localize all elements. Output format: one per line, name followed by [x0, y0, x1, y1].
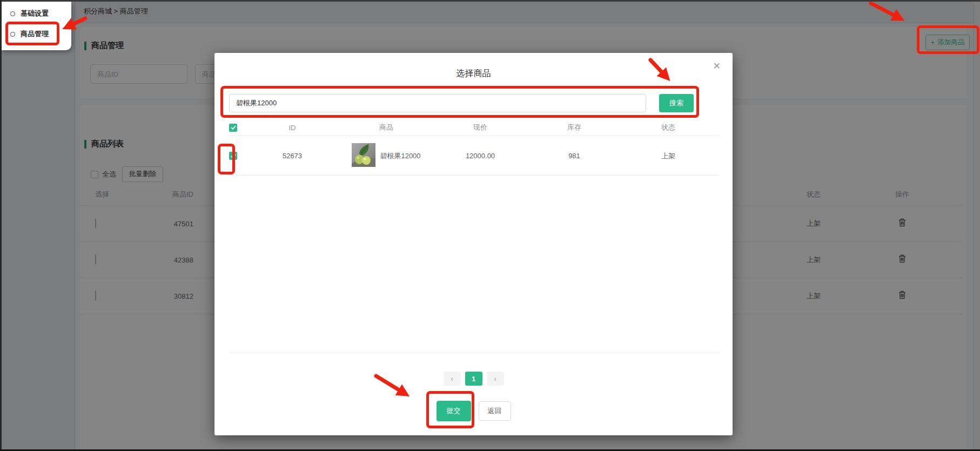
circle-icon	[10, 11, 15, 16]
modal-cell-stock: 981	[527, 152, 621, 160]
current-page-button[interactable]: 1	[465, 372, 482, 386]
prev-page-button[interactable]: ‹	[444, 372, 461, 386]
modal-cell-id: 52673	[245, 152, 339, 160]
modal-header-id: ID	[245, 124, 339, 132]
modal-title: 选择商品	[214, 68, 733, 79]
product-image	[352, 143, 375, 169]
back-button[interactable]: 返回	[479, 401, 511, 421]
row-checkbox-checked[interactable]	[229, 152, 237, 160]
select-product-modal: 选择商品 ✕ 搜索 ID 商品 现价 库存 状态 52673	[214, 53, 733, 435]
circle-icon	[10, 32, 15, 37]
select-all-checkbox-checked[interactable]	[229, 124, 237, 132]
pagination: ‹ 1 ›	[214, 372, 733, 386]
modal-footer-divider	[229, 353, 720, 353]
modal-header-product: 商品	[339, 123, 433, 132]
close-icon[interactable]: ✕	[713, 60, 721, 72]
sidebar-item-basic-settings[interactable]: 基础设置	[2, 2, 71, 24]
modal-footer: 提交 返回	[214, 401, 733, 421]
modal-cell-price: 12000.00	[433, 152, 527, 160]
chevron-right-icon: ›	[494, 374, 496, 383]
modal-header-stock: 库存	[527, 123, 621, 132]
chevron-left-icon: ‹	[451, 374, 453, 383]
modal-header-status: 状态	[621, 123, 715, 132]
modal-table-row: 52673	[229, 137, 720, 176]
submit-button[interactable]: 提交	[437, 401, 471, 421]
modal-cell-product-name: 碧根果12000	[380, 151, 420, 161]
modal-search-button[interactable]: 搜索	[659, 94, 694, 112]
screen-edge-top	[0, 0, 980, 2]
next-page-button[interactable]: ›	[487, 372, 504, 386]
modal-cell-status: 上架	[621, 151, 715, 161]
sidebar-item-product-manage[interactable]: 商品管理	[2, 24, 71, 44]
screen-edge-left	[0, 0, 2, 451]
modal-header-price: 现价	[433, 123, 527, 132]
screen: 积分商城 > 商品管理 商品管理 商品列表 全选 批量删除 选择	[0, 0, 980, 451]
modal-search-input[interactable]	[229, 94, 646, 112]
sidebar-menu-panel: 基础设置 商品管理	[2, 2, 71, 50]
modal-table-header: ID 商品 现价 库存 状态	[229, 123, 720, 136]
